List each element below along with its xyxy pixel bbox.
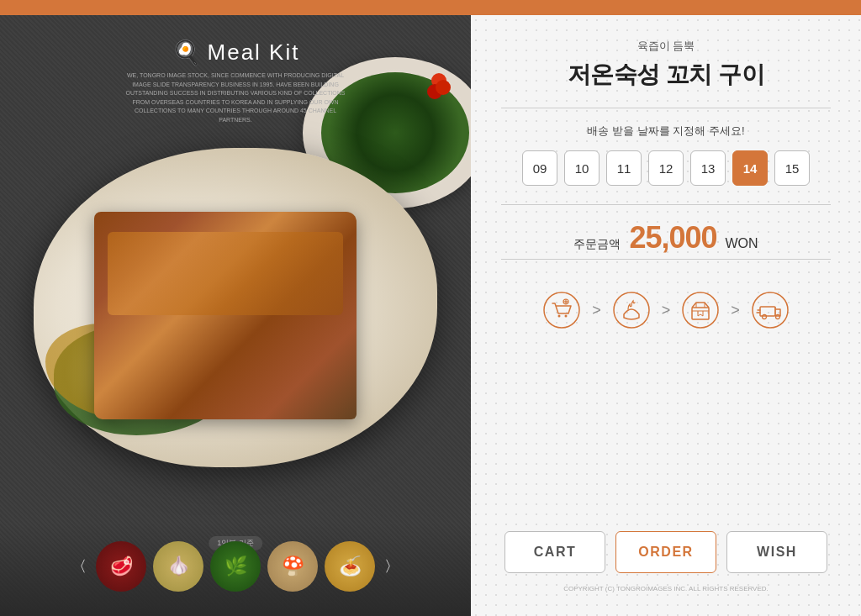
prev-arrow[interactable]: 〈 (69, 556, 89, 577)
right-panel: 육즙이 듬뿍 저온숙성 꼬치 구이 배송 받을 날짜를 지정해 주세요! 09 … (471, 15, 861, 616)
thumbnail-greens[interactable]: 🌿 (210, 541, 261, 592)
logo: 🍳 Meal Kit (118, 39, 353, 66)
mushroom-icon: 🍄 (282, 555, 304, 577)
left-panel: 🍳 Meal Kit WE, TONGRO IMAGE STOCK, SINCE… (0, 15, 471, 616)
box-step-icon (679, 288, 722, 332)
date-selector: 09 10 11 12 13 14 15 (501, 150, 831, 186)
thumbnail-area: 〈 🥩 🧄 🌿 🍄 🍝 〉 (0, 524, 471, 616)
top-bar (0, 0, 861, 15)
product-subtitle: 육즙이 듬뿍 (501, 39, 831, 54)
svg-rect-10 (760, 307, 775, 316)
svg-point-1 (558, 315, 561, 318)
divider-2 (501, 204, 831, 205)
process-arrow-1: > (592, 302, 601, 319)
svg-point-6 (614, 292, 649, 328)
brand-title: Meal Kit (208, 39, 300, 66)
plate-visual (34, 148, 437, 467)
price-label: 주문금액 (573, 237, 621, 252)
order-button[interactable]: ORDER (615, 531, 716, 573)
process-arrow-2: > (662, 302, 671, 319)
date-10[interactable]: 10 (564, 150, 600, 186)
date-12[interactable]: 12 (648, 150, 684, 186)
copyright-text: COPYRIGHT (C) TONGROIMAGES INC. ALL RIGH… (501, 585, 831, 592)
thumbnail-meat[interactable]: 🥩 (96, 541, 146, 592)
thumbnail-mushroom[interactable]: 🍄 (267, 541, 318, 592)
tomatoes (436, 80, 451, 95)
svg-rect-8 (692, 308, 709, 319)
meat-icon: 🥩 (110, 555, 133, 577)
main-food-image (0, 99, 471, 515)
divider-3 (501, 259, 831, 260)
brand-header: 🍳 Meal Kit WE, TONGRO IMAGE STOCK, SINCE… (118, 39, 353, 124)
main-plate (34, 148, 437, 467)
brand-subtitle: WE, TONGRO IMAGE STOCK, SINCE COMMENCE W… (118, 71, 353, 124)
product-title: 저온숙성 꼬치 구이 (501, 59, 831, 91)
date-11[interactable]: 11 (606, 150, 642, 186)
process-row: > > (501, 288, 831, 332)
thumbnail-nav: 〈 🥩 🧄 🌿 🍄 🍝 〉 (8, 541, 462, 598)
svg-point-7 (683, 292, 718, 328)
thumbnail-pasta[interactable]: 🍝 (325, 541, 375, 592)
date-13[interactable]: 13 (690, 150, 726, 186)
delivery-step-icon (748, 288, 792, 332)
thumbnail-garlic[interactable]: 🧄 (153, 541, 203, 592)
garlic-icon: 🧄 (167, 555, 190, 577)
date-15[interactable]: 15 (774, 150, 810, 186)
delivery-prompt: 배송 받을 날짜를 지정해 주세요! (501, 124, 831, 139)
action-buttons: CART ORDER WISH (501, 531, 831, 573)
divider-1 (501, 108, 831, 108)
meat-visual (94, 212, 357, 419)
greens-icon: 🌿 (224, 555, 247, 577)
chef-hat-icon: 🍳 (172, 39, 201, 66)
wish-button[interactable]: WISH (726, 531, 827, 573)
price-value: 25,000 (629, 220, 716, 255)
cart-step-icon (540, 288, 584, 332)
cooking-step-icon (610, 288, 653, 332)
cart-button[interactable]: CART (504, 531, 605, 573)
price-row: 주문금액 25,000 WON (501, 220, 831, 255)
main-content: 🍳 Meal Kit WE, TONGRO IMAGE STOCK, SINCE… (0, 15, 861, 616)
svg-point-2 (565, 315, 568, 318)
next-arrow[interactable]: 〉 (382, 556, 402, 577)
date-09[interactable]: 09 (522, 150, 557, 186)
process-arrow-3: > (731, 302, 740, 319)
price-currency: WON (726, 236, 758, 251)
pasta-icon: 🍝 (339, 555, 362, 577)
svg-point-0 (544, 292, 579, 328)
date-14[interactable]: 14 (732, 150, 768, 186)
